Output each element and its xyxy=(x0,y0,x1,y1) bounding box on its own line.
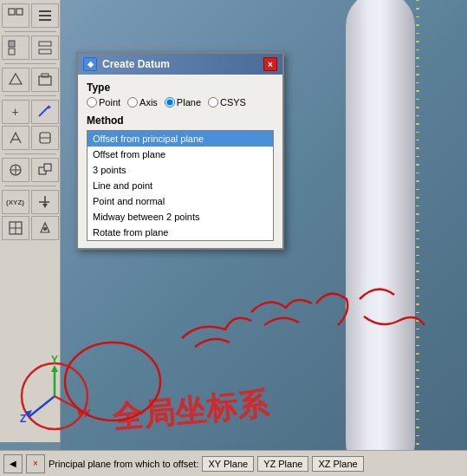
dialog-icon: ◆ xyxy=(83,57,97,71)
cylinder-dots xyxy=(416,0,419,450)
toolbar-divider-1 xyxy=(4,31,56,32)
radio-label-point: Point xyxy=(99,97,120,108)
toolbar-icon-9[interactable] xyxy=(2,126,29,150)
toolbar-icon-10[interactable] xyxy=(31,126,59,150)
method-list: Offset from principal plane Offset from … xyxy=(87,130,274,241)
cancel-button[interactable]: × xyxy=(26,454,45,473)
svg-rect-2 xyxy=(39,10,51,12)
svg-rect-6 xyxy=(9,49,15,55)
dialog-close-button[interactable]: × xyxy=(263,57,277,71)
svg-rect-3 xyxy=(39,15,51,16)
method-line-point[interactable]: Line and point xyxy=(88,178,273,193)
svg-rect-5 xyxy=(9,41,15,47)
cylinder-shape xyxy=(346,0,415,450)
toolbar-icon-12[interactable] xyxy=(31,158,59,182)
toolbar-icon-8[interactable] xyxy=(31,100,59,124)
radio-input-csys[interactable] xyxy=(208,97,218,108)
svg-rect-0 xyxy=(9,9,15,15)
svg-marker-34 xyxy=(51,365,58,372)
toolbar-divider-2 xyxy=(4,63,56,64)
toolbar-icon-2[interactable] xyxy=(31,3,59,28)
method-section: Method Offset from principal plane Offse… xyxy=(87,114,274,241)
svg-rect-1 xyxy=(16,9,23,15)
radio-axis[interactable]: Axis xyxy=(127,97,158,108)
toolbar-icon-14[interactable] xyxy=(2,216,29,240)
dialog-titlebar: ◆ Create Datum × xyxy=(78,54,282,75)
back-button[interactable]: ◀ xyxy=(3,454,23,473)
dialog-title-group: ◆ Create Datum xyxy=(83,57,170,71)
toolbar-icon-4[interactable] xyxy=(31,36,59,60)
radio-label-csys: CSYS xyxy=(220,97,246,108)
toolbar-divider-5 xyxy=(4,186,56,186)
svg-text:X: X xyxy=(84,408,91,420)
radio-label-plane: Plane xyxy=(177,97,201,108)
svg-rect-21 xyxy=(44,164,51,171)
coordinate-axes: X Y Z xyxy=(13,355,100,433)
svg-text:Y: Y xyxy=(51,355,58,366)
method-point-normal[interactable]: Point and normal xyxy=(88,193,273,209)
method-offset-plane[interactable]: Offset from plane xyxy=(88,147,273,162)
radio-input-axis[interactable] xyxy=(127,97,138,108)
toolbar-icon-11[interactable] xyxy=(2,158,29,182)
svg-marker-9 xyxy=(10,74,22,84)
toolbar-divider-4 xyxy=(4,153,56,154)
type-radio-group: Point Axis Plane CSYS xyxy=(87,97,274,108)
toolbar-icon-5[interactable] xyxy=(2,68,29,92)
dialog-title: Create Datum xyxy=(102,58,170,70)
toolbar-icon-xyz[interactable]: (XYZ) xyxy=(2,190,29,214)
svg-line-31 xyxy=(29,396,55,417)
toolbar-icon-1[interactable] xyxy=(2,3,29,28)
radio-label-axis: Axis xyxy=(139,97,158,108)
xz-plane-button[interactable]: XZ Plane xyxy=(312,456,363,472)
method-section-label: Method xyxy=(87,114,274,127)
svg-line-12 xyxy=(39,106,49,116)
method-3-points[interactable]: 3 points xyxy=(88,162,273,178)
status-prompt-text: Principal plane from which to offset: xyxy=(49,459,198,469)
create-datum-dialog: ◆ Create Datum × Type Point Axis Plane C… xyxy=(76,52,284,250)
radio-point[interactable]: Point xyxy=(87,97,120,108)
xy-plane-button[interactable]: XY Plane xyxy=(202,456,254,472)
radio-input-plane[interactable] xyxy=(165,97,175,108)
svg-rect-7 xyxy=(39,42,51,46)
toolbar-divider-3 xyxy=(4,95,56,96)
toolbar-icon-13[interactable] xyxy=(31,190,59,214)
yz-plane-button[interactable]: YZ Plane xyxy=(257,456,308,472)
status-bar: ◀ × Principal plane from which to offset… xyxy=(0,450,467,476)
toolbar-icon-7[interactable]: + xyxy=(2,100,29,124)
dialog-body: Type Point Axis Plane CSYS Method Offse xyxy=(78,75,282,248)
radio-input-point[interactable] xyxy=(87,97,97,108)
radio-csys[interactable]: CSYS xyxy=(208,97,246,108)
radio-plane[interactable]: Plane xyxy=(165,97,201,108)
toolbar-icon-6[interactable] xyxy=(31,68,59,92)
svg-line-35 xyxy=(55,396,82,411)
type-section-label: Type xyxy=(87,82,274,94)
method-midway[interactable]: Midway between 2 points xyxy=(88,209,273,225)
svg-text:Z: Z xyxy=(20,413,26,425)
method-rotate[interactable]: Rotate from plane xyxy=(88,225,273,240)
method-offset-principal[interactable]: Offset from principal plane xyxy=(88,131,273,147)
svg-rect-4 xyxy=(39,19,51,21)
svg-point-29 xyxy=(43,227,47,231)
svg-rect-8 xyxy=(39,49,51,54)
toolbar-icon-15[interactable] xyxy=(31,216,59,240)
svg-marker-23 xyxy=(42,204,48,208)
toolbar-icon-3[interactable] xyxy=(2,36,29,60)
